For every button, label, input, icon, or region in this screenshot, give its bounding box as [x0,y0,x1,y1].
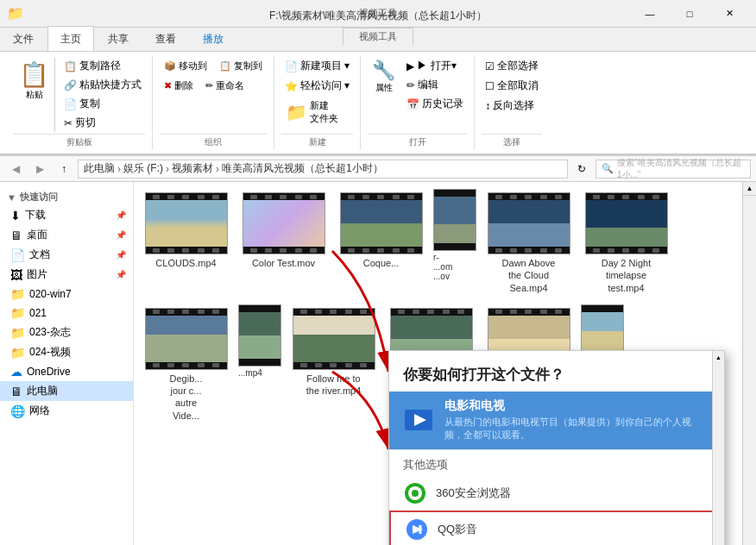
paste-label: 粘贴 [26,89,43,101]
paste-shortcut-label: 粘贴快捷方式 [79,78,142,92]
file-item-dawn[interactable]: Dawn Abovethe CloudSea.mp4 [483,189,574,298]
sidebar-item-thispc[interactable]: 🖥 此电脑 [0,381,133,401]
invert-select-icon: ↕ [485,100,490,112]
delete-button[interactable]: ✖ 删除 [160,77,198,95]
move-to-button[interactable]: 📦 移动到 [160,57,211,75]
video-tools-tab[interactable]: 视频工具 [343,28,413,45]
clipboard-items: 📋 粘贴 📋 复制路径 🔗 粘贴快捷方式 📄 [14,57,145,132]
forward-button[interactable]: ▶ [29,159,50,179]
search-box[interactable]: 🔍 搜索"唯美高清风光视频（总长超1小..." [595,160,751,179]
sidebar-item-020[interactable]: 📁 020-win7 [0,285,133,304]
maximize-button[interactable]: □ [670,0,709,28]
close-button[interactable]: ✕ [709,0,749,28]
film-holes-top5 [586,193,667,200]
open-group: 🔧 属性 ▶ ▶ 打开▾ ✏ 编辑 📅 [361,55,475,150]
onedrive-icon: ☁ [10,365,22,379]
docs-icon: 📄 [10,248,25,262]
refresh-button[interactable]: ↻ [571,159,592,179]
copy-icon: 📄 [64,98,77,110]
copy-path-button[interactable]: 📋 复制路径 [60,57,145,75]
film-holes-bottom3 [341,247,422,254]
copy-button[interactable]: 📄 复制 [60,95,145,113]
tab-play[interactable]: 播放 [190,26,236,51]
edit-button[interactable]: ✏ 编辑 [403,76,467,94]
select-all-button[interactable]: ☑ 全部选择 [482,57,542,75]
quick-access-section[interactable]: ▼ 快速访问 [0,185,133,205]
edit-icon: ✏ [406,79,415,91]
sidebar-item-023[interactable]: 📁 023-杂志 [0,323,133,342]
organize-row1: 📦 移动到 📋 复制到 [160,57,267,75]
rename-button[interactable]: ✏ 重命名 [201,77,249,95]
film-holes-top9 [488,309,570,316]
film-holes-top6 [146,309,227,316]
select-all-icon: ☑ [485,60,495,72]
thumb-right2 [238,304,281,366]
new-folder-button[interactable]: 📁 新建 文件夹 [281,97,343,128]
address-path[interactable]: 此电脑 › 娱乐 (F:) › 视频素材 › 唯美高清风光视频（总长超1小时） [78,160,568,179]
up-button[interactable]: ↑ [54,159,74,179]
dialog-scrollbar[interactable]: ▲ ▼ [712,351,724,545]
sidebar-download-label: 下载 [25,208,46,222]
new-group: 📄 新建项目 ▾ ⭐ 轻松访问 ▾ 📁 新建 文件夹 新建 [274,55,361,150]
tab-file[interactable]: 文件 [0,26,47,51]
sidebar-item-docs[interactable]: 📄 文档 📌 [0,245,133,265]
sidebar-item-onedrive[interactable]: ☁ OneDrive [0,362,133,381]
file-item-degh[interactable]: Degib...jour c...autreVide... [141,304,231,425]
dialog-scroll-track[interactable] [713,363,724,545]
app-item-360[interactable]: 360安全浏览器 [389,476,724,511]
back-button[interactable]: ◀ [5,159,26,179]
file-item-coqu[interactable]: Coque... [336,189,426,298]
file-name6: Degib...jour c...autreVide... [170,373,203,422]
film-holes-top7 [293,309,375,316]
history-button[interactable]: 📅 历史记录 [403,95,467,113]
tab-share[interactable]: 共享 [95,26,142,51]
easy-access-button[interactable]: ⭐ 轻松访问 ▾ [281,77,353,95]
invert-select-button[interactable]: ↕ 反向选择 [482,97,538,115]
film-holes-bottom7 [293,362,375,369]
sidebar-item-network[interactable]: 🌐 网络 [0,401,133,421]
sidebar-docs-label: 文档 [29,247,50,262]
quick-access-label: 快速访问 [20,191,58,204]
paste-shortcut-icon: 🔗 [64,79,77,91]
sidebar-item-021[interactable]: 📁 021 [0,304,133,323]
file-item-day2[interactable]: Day 2 Nighttimelapsetest.mp4 [581,189,671,298]
scrollbar[interactable]: ▲ ▼ [742,182,756,545]
sidebar-item-024[interactable]: 📁 024-视频 [0,342,133,362]
sidebar-item-download[interactable]: ⬇ 下载 📌 [0,205,133,225]
film-holes-top4 [488,193,570,200]
scroll-track[interactable] [743,196,756,545]
path-thispc: 此电脑 [84,161,115,176]
sidebar-item-desktop[interactable]: 🖥 桌面 📌 [0,225,133,245]
featured-app-desc: 从最热门的电影和电视节目（如果提供）到你自己的个人视频，全都可以观看。 [444,416,695,442]
cut-button[interactable]: ✂ 剪切 [60,114,145,132]
sidebar: ▼ 快速访问 ⬇ 下载 📌 🖥 桌面 📌 📄 文档 📌 🖼 图片 📌 📁 020… [0,182,134,545]
other-apps-list: 360安全浏览器 QQ影音 [389,476,724,545]
sidebar-network-label: 网络 [29,404,50,418]
minimize-button[interactable]: — [630,0,670,28]
dialog-scroll-up[interactable]: ▲ [713,351,724,363]
file-item-clouds[interactable]: CLOUDS.mp4 [141,189,231,298]
tab-view[interactable]: 查看 [142,26,189,51]
paste-shortcut-button[interactable]: 🔗 粘贴快捷方式 [60,76,145,94]
tab-home[interactable]: 主页 [47,26,94,51]
new-item-button[interactable]: 📄 新建项目 ▾ [281,57,353,75]
select-none-button[interactable]: ☐ 全部取消 [482,77,542,95]
sidebar-onedrive-label: OneDrive [27,366,71,378]
ribbon: 视频工具 文件 主页 共享 查看 播放 📋 粘贴 📋 复制路径 [0,28,756,156]
scroll-up-button[interactable]: ▲ [743,182,756,196]
rename-icon: ✏ [205,80,213,91]
sidebar-item-pictures[interactable]: 🖼 图片 📌 [0,265,133,285]
file-name5: Day 2 Nighttimelapsetest.mp4 [602,257,651,294]
app-item-qq[interactable]: QQ影音 [389,511,724,545]
film-bottom2 [239,359,280,366]
file-item-follow[interactable]: Follow me tothe river.mp4 [288,304,379,425]
paste-button[interactable]: 📋 粘贴 [14,57,55,132]
properties-icon: 🔧 [372,60,395,82]
select-none-icon: ☐ [485,80,495,92]
open-button[interactable]: ▶ ▶ 打开▾ [403,57,467,75]
file-item-color[interactable]: Color Test.mov [238,189,329,298]
copy-to-button[interactable]: 📋 复制到 [215,57,267,75]
pictures-icon: 🖼 [10,268,22,282]
featured-app-item[interactable]: 电影和电视 从最热门的电影和电视节目（如果提供）到你自己的个人视频，全都可以观看… [389,392,724,449]
properties-button[interactable]: 🔧 属性 [368,57,400,113]
